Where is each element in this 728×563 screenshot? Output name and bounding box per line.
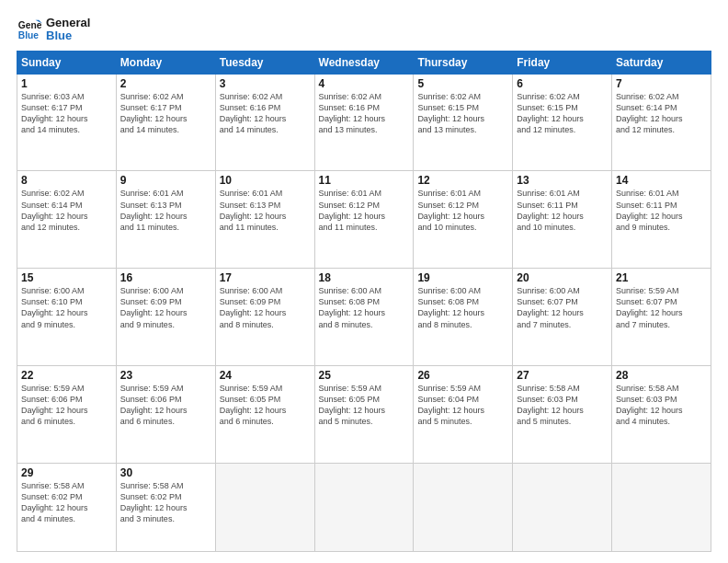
calendar-week-4: 22Sunrise: 5:59 AM Sunset: 6:06 PM Dayli…	[17, 365, 711, 463]
day-number: 12	[417, 174, 508, 187]
calendar-cell: 16Sunrise: 6:00 AM Sunset: 6:09 PM Dayli…	[116, 269, 215, 366]
day-number: 14	[616, 174, 707, 187]
day-number: 18	[319, 271, 410, 284]
page: General Blue General Blue SundayMondayTu…	[0, 0, 728, 563]
day-number: 3	[220, 77, 311, 90]
day-info: Sunrise: 6:02 AM Sunset: 6:14 PM Dayligh…	[21, 188, 112, 233]
svg-text:Blue: Blue	[18, 31, 40, 41]
day-info: Sunrise: 5:59 AM Sunset: 6:04 PM Dayligh…	[417, 383, 508, 428]
day-info: Sunrise: 5:58 AM Sunset: 6:03 PM Dayligh…	[517, 383, 608, 428]
calendar-cell: 6Sunrise: 6:02 AM Sunset: 6:15 PM Daylig…	[513, 74, 612, 171]
day-number: 29	[21, 466, 112, 479]
header: General Blue General Blue	[17, 17, 711, 43]
calendar-cell	[314, 463, 414, 551]
day-info: Sunrise: 6:01 AM Sunset: 6:13 PM Dayligh…	[220, 188, 311, 233]
day-number: 28	[616, 369, 707, 382]
logo-icon: General Blue	[17, 17, 42, 42]
day-number: 11	[319, 174, 410, 187]
calendar-cell: 5Sunrise: 6:02 AM Sunset: 6:15 PM Daylig…	[414, 74, 513, 171]
calendar-cell: 9Sunrise: 6:01 AM Sunset: 6:13 PM Daylig…	[116, 171, 215, 269]
calendar-table: SundayMondayTuesdayWednesdayThursdayFrid…	[17, 51, 711, 552]
calendar-cell: 3Sunrise: 6:02 AM Sunset: 6:16 PM Daylig…	[215, 74, 314, 171]
day-info: Sunrise: 6:01 AM Sunset: 6:11 PM Dayligh…	[616, 188, 707, 233]
col-header-saturday: Saturday	[612, 51, 711, 74]
calendar-cell: 13Sunrise: 6:01 AM Sunset: 6:11 PM Dayli…	[513, 171, 612, 269]
day-number: 16	[120, 271, 211, 284]
day-number: 19	[417, 271, 508, 284]
calendar-cell: 24Sunrise: 5:59 AM Sunset: 6:05 PM Dayli…	[215, 365, 314, 463]
calendar-cell	[414, 463, 513, 551]
day-number: 27	[517, 369, 608, 382]
calendar-week-5: 29Sunrise: 5:58 AM Sunset: 6:02 PM Dayli…	[17, 463, 711, 551]
day-number: 10	[220, 174, 311, 187]
day-info: Sunrise: 5:58 AM Sunset: 6:02 PM Dayligh…	[120, 480, 211, 525]
day-info: Sunrise: 6:01 AM Sunset: 6:12 PM Dayligh…	[417, 188, 508, 233]
calendar-cell: 4Sunrise: 6:02 AM Sunset: 6:16 PM Daylig…	[314, 74, 414, 171]
day-number: 2	[120, 77, 211, 90]
calendar-cell: 12Sunrise: 6:01 AM Sunset: 6:12 PM Dayli…	[414, 171, 513, 269]
day-info: Sunrise: 6:02 AM Sunset: 6:17 PM Dayligh…	[120, 91, 211, 136]
calendar-cell: 26Sunrise: 5:59 AM Sunset: 6:04 PM Dayli…	[414, 365, 513, 463]
day-number: 4	[319, 77, 410, 90]
calendar-cell: 11Sunrise: 6:01 AM Sunset: 6:12 PM Dayli…	[314, 171, 414, 269]
calendar-cell: 15Sunrise: 6:00 AM Sunset: 6:10 PM Dayli…	[17, 269, 117, 366]
day-info: Sunrise: 6:01 AM Sunset: 6:13 PM Dayligh…	[120, 188, 211, 233]
day-number: 15	[21, 271, 112, 284]
calendar-cell: 29Sunrise: 5:58 AM Sunset: 6:02 PM Dayli…	[17, 463, 117, 551]
day-info: Sunrise: 6:00 AM Sunset: 6:10 PM Dayligh…	[21, 285, 112, 330]
day-info: Sunrise: 6:02 AM Sunset: 6:15 PM Dayligh…	[517, 91, 608, 136]
day-info: Sunrise: 5:59 AM Sunset: 6:05 PM Dayligh…	[319, 383, 410, 428]
day-info: Sunrise: 5:58 AM Sunset: 6:02 PM Dayligh…	[21, 480, 112, 525]
day-number: 8	[21, 174, 112, 187]
calendar-cell: 19Sunrise: 6:00 AM Sunset: 6:08 PM Dayli…	[414, 269, 513, 366]
col-header-friday: Friday	[513, 51, 612, 74]
day-info: Sunrise: 6:01 AM Sunset: 6:11 PM Dayligh…	[517, 188, 608, 233]
day-info: Sunrise: 6:00 AM Sunset: 6:09 PM Dayligh…	[220, 285, 311, 330]
day-number: 25	[319, 369, 410, 382]
day-info: Sunrise: 5:59 AM Sunset: 6:07 PM Dayligh…	[616, 285, 707, 330]
day-info: Sunrise: 6:00 AM Sunset: 6:09 PM Dayligh…	[120, 285, 211, 330]
day-number: 7	[616, 77, 707, 90]
col-header-monday: Monday	[116, 51, 215, 74]
day-number: 30	[120, 466, 211, 479]
day-number: 9	[120, 174, 211, 187]
calendar-cell: 1Sunrise: 6:03 AM Sunset: 6:17 PM Daylig…	[17, 74, 117, 171]
col-header-tuesday: Tuesday	[215, 51, 314, 74]
calendar-week-3: 15Sunrise: 6:00 AM Sunset: 6:10 PM Dayli…	[17, 269, 711, 366]
calendar-week-2: 8Sunrise: 6:02 AM Sunset: 6:14 PM Daylig…	[17, 171, 711, 269]
day-number: 26	[417, 369, 508, 382]
calendar-cell: 30Sunrise: 5:58 AM Sunset: 6:02 PM Dayli…	[116, 463, 215, 551]
calendar-cell: 2Sunrise: 6:02 AM Sunset: 6:17 PM Daylig…	[116, 74, 215, 171]
logo: General Blue General Blue	[17, 17, 90, 43]
col-header-thursday: Thursday	[414, 51, 513, 74]
day-number: 1	[21, 77, 112, 90]
calendar-cell: 21Sunrise: 5:59 AM Sunset: 6:07 PM Dayli…	[612, 269, 711, 366]
day-info: Sunrise: 5:59 AM Sunset: 6:05 PM Dayligh…	[220, 383, 311, 428]
calendar-cell: 22Sunrise: 5:59 AM Sunset: 6:06 PM Dayli…	[17, 365, 117, 463]
day-info: Sunrise: 5:59 AM Sunset: 6:06 PM Dayligh…	[21, 383, 112, 428]
day-number: 21	[616, 271, 707, 284]
calendar-cell: 25Sunrise: 5:59 AM Sunset: 6:05 PM Dayli…	[314, 365, 414, 463]
day-info: Sunrise: 6:03 AM Sunset: 6:17 PM Dayligh…	[21, 91, 112, 136]
day-info: Sunrise: 6:01 AM Sunset: 6:12 PM Dayligh…	[319, 188, 410, 233]
day-number: 5	[417, 77, 508, 90]
calendar-cell: 14Sunrise: 6:01 AM Sunset: 6:11 PM Dayli…	[612, 171, 711, 269]
day-info: Sunrise: 5:58 AM Sunset: 6:03 PM Dayligh…	[616, 383, 707, 428]
day-number: 17	[220, 271, 311, 284]
calendar-cell: 23Sunrise: 5:59 AM Sunset: 6:06 PM Dayli…	[116, 365, 215, 463]
calendar-cell: 7Sunrise: 6:02 AM Sunset: 6:14 PM Daylig…	[612, 74, 711, 171]
col-header-wednesday: Wednesday	[314, 51, 414, 74]
calendar-cell: 28Sunrise: 5:58 AM Sunset: 6:03 PM Dayli…	[612, 365, 711, 463]
calendar-cell: 8Sunrise: 6:02 AM Sunset: 6:14 PM Daylig…	[17, 171, 117, 269]
logo-text: General Blue	[46, 17, 90, 43]
calendar-cell: 20Sunrise: 6:00 AM Sunset: 6:07 PM Dayli…	[513, 269, 612, 366]
col-header-sunday: Sunday	[17, 51, 117, 74]
calendar-cell: 10Sunrise: 6:01 AM Sunset: 6:13 PM Dayli…	[215, 171, 314, 269]
day-info: Sunrise: 6:00 AM Sunset: 6:08 PM Dayligh…	[319, 285, 410, 330]
day-number: 24	[220, 369, 311, 382]
calendar-cell: 27Sunrise: 5:58 AM Sunset: 6:03 PM Dayli…	[513, 365, 612, 463]
day-number: 22	[21, 369, 112, 382]
day-info: Sunrise: 6:00 AM Sunset: 6:07 PM Dayligh…	[517, 285, 608, 330]
svg-text:General: General	[18, 20, 42, 30]
day-info: Sunrise: 5:59 AM Sunset: 6:06 PM Dayligh…	[120, 383, 211, 428]
